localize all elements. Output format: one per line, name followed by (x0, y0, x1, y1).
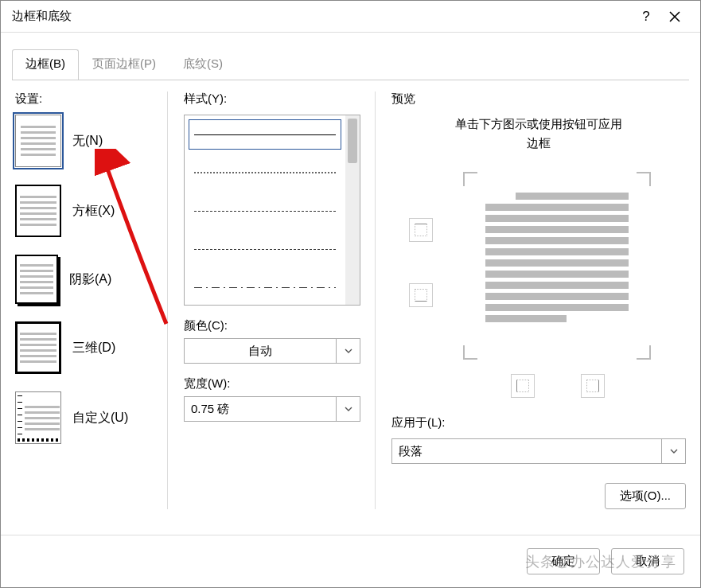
setting-shadow-label: 阴影(A) (69, 271, 111, 288)
width-value: 0.75 磅 (185, 402, 336, 417)
setting-3d-label: 三维(D) (72, 340, 115, 356)
edge-top-button[interactable] (409, 218, 433, 242)
style-option-solid[interactable] (185, 115, 345, 154)
width-dropdown-button[interactable] (336, 397, 360, 421)
ok-button[interactable]: 确定 (527, 548, 600, 574)
style-label: 样式(Y): (184, 92, 360, 107)
style-listbox[interactable] (184, 115, 360, 306)
edge-right-button[interactable] (581, 374, 605, 398)
dialog-title: 边框和底纹 (12, 9, 632, 24)
setting-none[interactable]: 无(N) (15, 115, 153, 167)
preview-area (391, 172, 686, 411)
dialog-footer: 确定 取消 (1, 535, 700, 587)
setting-box-icon (15, 185, 61, 237)
setting-custom-label: 自定义(U) (72, 410, 128, 426)
tab-strip: 边框(B) 页面边框(P) 底纹(S) (1, 33, 700, 80)
setting-custom[interactable]: 自定义(U) (15, 391, 153, 444)
width-label: 宽度(W): (184, 376, 360, 391)
setting-3d[interactable]: 三维(D) (15, 321, 153, 374)
close-button[interactable] (660, 2, 689, 31)
width-combobox[interactable]: 0.75 磅 (184, 396, 360, 422)
setting-none-label: 无(N) (72, 133, 103, 150)
apply-to-value: 段落 (392, 444, 661, 459)
chevron-down-icon (670, 447, 678, 455)
cancel-button[interactable]: 取消 (611, 548, 684, 574)
setting-shadow[interactable]: 阴影(A) (15, 255, 153, 304)
settings-label: 设置: (15, 92, 153, 107)
color-dropdown-button[interactable] (336, 339, 360, 363)
dialog-titlebar: 边框和底纹 ? (1, 1, 700, 33)
apply-to-label: 应用于(L): (391, 415, 686, 430)
setting-3d-icon (15, 321, 61, 374)
tab-border[interactable]: 边框(B) (12, 49, 79, 80)
close-icon (669, 11, 680, 22)
style-scrollbar[interactable] (345, 115, 360, 305)
tab-shading[interactable]: 底纹(S) (169, 49, 236, 80)
apply-to-combobox[interactable]: 段落 (391, 438, 686, 464)
setting-none-icon (15, 115, 61, 167)
style-option-dash[interactable] (185, 230, 345, 268)
style-option-dash-dot[interactable] (185, 268, 345, 305)
preview-hint: 单击下方图示或使用按钮可应用边框 (391, 115, 686, 153)
color-combobox[interactable]: 自动 (184, 338, 360, 364)
setting-shadow-icon (15, 255, 58, 304)
style-option-dotted[interactable] (185, 154, 345, 192)
chevron-down-icon (345, 405, 352, 413)
setting-custom-icon (15, 391, 61, 444)
color-value: 自动 (185, 344, 336, 359)
chevron-down-icon (345, 347, 352, 355)
apply-to-dropdown-button[interactable] (661, 439, 685, 463)
edge-left-button[interactable] (511, 374, 535, 398)
color-label: 颜色(C): (184, 318, 360, 333)
dialog-body: 设置: 无(N) 方框(X) 阴影(A) 三维(D) (1, 80, 700, 517)
help-button[interactable]: ? (632, 2, 660, 31)
preview-label: 预览 (391, 92, 686, 107)
setting-box[interactable]: 方框(X) (15, 185, 153, 237)
settings-column: 设置: 无(N) 方框(X) 阴影(A) 三维(D) (15, 92, 153, 509)
style-column: 样式(Y): 颜色(C): 自动 宽度(W): 0.75 磅 (167, 92, 360, 509)
preview-column: 预览 单击下方图示或使用按钮可应用边框 应用于(L): 段落 (375, 92, 686, 509)
tab-page-border[interactable]: 页面边框(P) (79, 49, 169, 80)
style-option-large-dash[interactable] (185, 192, 345, 230)
edge-bottom-button[interactable] (409, 283, 433, 307)
setting-box-label: 方框(X) (72, 203, 115, 220)
options-button[interactable]: 选项(O)... (605, 483, 686, 509)
preview-page[interactable] (468, 177, 646, 355)
